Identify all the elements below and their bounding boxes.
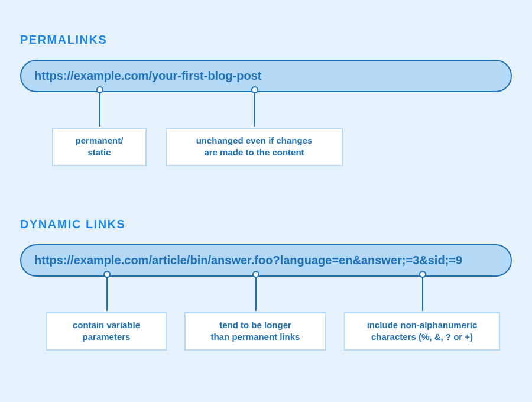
- dynamic-connectors: [20, 277, 512, 312]
- dynamic-title: DYNAMIC LINKS: [20, 218, 512, 231]
- annotation-variable-params: contain variableparameters: [46, 312, 167, 351]
- connector-line: [255, 275, 257, 311]
- connector-line: [106, 275, 108, 311]
- annotation-permanent-static: permanent/static: [52, 128, 147, 166]
- annotation-longer: tend to be longerthan permanent links: [184, 312, 326, 351]
- connector-dot: [103, 271, 111, 278]
- permalinks-connectors: [20, 92, 512, 128]
- connector-dot: [251, 86, 258, 93]
- permalinks-url-pill: https://example.com/your-first-blog-post: [20, 60, 512, 92]
- connector-line: [422, 275, 423, 311]
- connector-dot: [252, 271, 259, 278]
- permalinks-title: PERMALINKS: [20, 33, 512, 47]
- dynamic-section: DYNAMIC LINKS https://example.com/articl…: [20, 218, 512, 312]
- connector-line: [254, 91, 255, 127]
- dynamic-url-pill: https://example.com/article/bin/answer.f…: [20, 244, 512, 277]
- connector-dot: [96, 86, 103, 93]
- connector-dot: [419, 271, 426, 278]
- connector-line: [99, 91, 100, 127]
- annotation-unchanged: unchanged even if changesare made to the…: [166, 128, 343, 166]
- permalinks-section: PERMALINKS https://example.com/your-firs…: [20, 33, 512, 128]
- annotation-nonalpha: include non-alphanumericcharacters (%, &…: [344, 312, 500, 351]
